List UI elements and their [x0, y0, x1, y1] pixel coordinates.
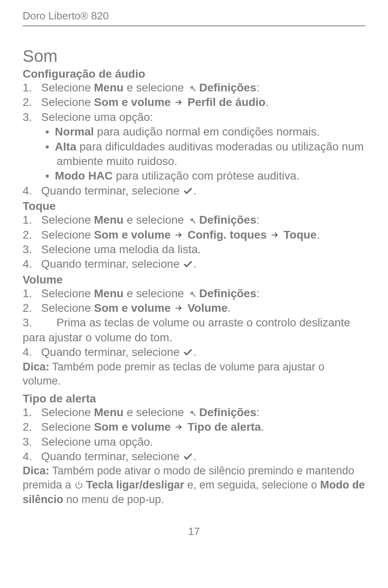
step: 3. Prima as teclas de volume ou arraste …: [23, 315, 365, 345]
wrench-icon: [187, 83, 196, 92]
check-icon: [183, 347, 193, 357]
step-number: 2.: [23, 228, 38, 242]
step-number: 3.: [23, 435, 38, 449]
step-number: 3.: [23, 110, 38, 125]
section-heading-volume: Volume: [23, 273, 365, 286]
bullet-item: Alta para dificuldades auditivas moderad…: [23, 140, 365, 169]
arrow-icon: [174, 97, 184, 108]
check-icon: [183, 186, 193, 196]
page-number: 17: [23, 525, 365, 538]
document-page: Doro Liberto® 820 Som Configuração de áu…: [0, 0, 388, 550]
step: 1. Selecione Menu e selecione Definições…: [23, 286, 365, 301]
arrow-icon: [174, 422, 184, 432]
section-heading-audio-config: Configuração de áudio: [23, 68, 365, 80]
step-number: 2.: [23, 420, 38, 434]
step: 2. Selecione Som e volume Volume.: [23, 301, 365, 315]
step: 2. Selecione Som e volume Tipo de alerta…: [23, 420, 365, 434]
step-number: 4.: [23, 345, 38, 360]
section-heading-toque: Toque: [23, 200, 365, 213]
bullet-item: Normal para audição normal em condições …: [23, 125, 365, 139]
step-number: 3.: [23, 315, 38, 330]
check-icon: [183, 259, 193, 269]
check-icon: [183, 451, 193, 462]
step: 4. Quando terminar, selecione .: [23, 184, 365, 198]
step: 1. Selecione Menu e selecione Definições…: [23, 80, 365, 95]
section-heading-tipo-alerta: Tipo de alerta: [23, 392, 365, 405]
step: 3. Selecione uma opção.: [23, 435, 365, 449]
step-number: 3.: [23, 242, 38, 257]
power-icon: [74, 480, 83, 489]
bullet-item: Modo HAC para utilização com prótese aud…: [23, 169, 365, 183]
step-number: 1.: [23, 405, 38, 420]
tip-text: Dica: Também pode premir as teclas de vo…: [23, 360, 365, 388]
step: 2. Selecione Som e volume Config. toques…: [23, 228, 365, 242]
step: 3. Selecione uma melodia da lista.: [23, 242, 365, 257]
step: 1. Selecione Menu e selecione Definições…: [23, 213, 365, 227]
step: 3. Selecione uma opção:: [23, 110, 365, 125]
step-number: 4.: [23, 184, 38, 198]
step-number: 4.: [23, 449, 38, 464]
arrow-icon: [174, 303, 184, 313]
wrench-icon: [187, 408, 196, 417]
tip-text: Dica: Também pode ativar o modo de silên…: [23, 464, 365, 506]
main-heading: Som: [23, 47, 365, 66]
wrench-icon: [187, 216, 196, 224]
page-header: Doro Liberto® 820: [23, 10, 365, 26]
arrow-icon: [174, 230, 184, 240]
arrow-icon: [270, 230, 280, 240]
step: 4. Quando terminar, selecione .: [23, 345, 365, 360]
wrench-icon: [187, 289, 196, 298]
step: 4. Quando terminar, selecione .: [23, 449, 365, 464]
step: 2. Selecione Som e volume Perfil de áudi…: [23, 95, 365, 110]
step-number: 2.: [23, 95, 38, 110]
step-number: 1.: [23, 286, 38, 301]
step: 1. Selecione Menu e selecione Definições…: [23, 405, 365, 420]
step-number: 4.: [23, 257, 38, 271]
step-number: 1.: [23, 80, 38, 95]
step-number: 1.: [23, 213, 38, 227]
step: 4. Quando terminar, selecione .: [23, 257, 365, 271]
step-number: 2.: [23, 301, 38, 315]
